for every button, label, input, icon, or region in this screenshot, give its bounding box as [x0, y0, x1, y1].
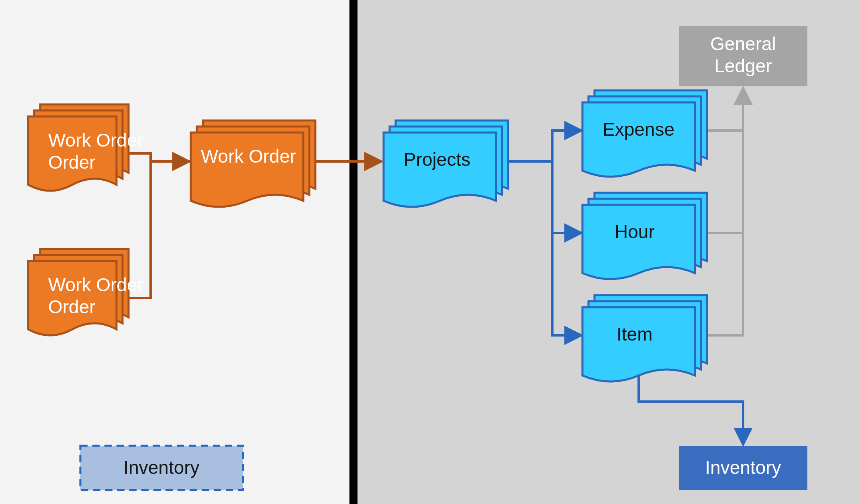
general-ledger-label-line1: General: [710, 33, 776, 54]
inventory-box-right: Inventory: [679, 446, 807, 490]
work-order-2-label-line2: Order: [48, 296, 96, 317]
general-ledger-label-line2: Ledger: [714, 55, 772, 76]
work-order-1-label-line2: Order: [48, 152, 96, 173]
inventory-left-label: Inventory: [123, 457, 199, 478]
work-order-stack-3: Work Order: [191, 120, 315, 207]
item-label: Item: [617, 324, 652, 345]
expense-stack: Expense: [582, 90, 707, 177]
divider-bar: [349, 0, 357, 504]
general-ledger-box: General Ledger: [679, 26, 807, 86]
diagram-canvas: Work Order Order Work Order Order Work O…: [0, 0, 860, 504]
work-order-3-label: Work Order: [201, 146, 296, 167]
inventory-box-left-dashed: Inventory: [80, 446, 243, 490]
item-stack: Item: [582, 295, 707, 382]
work-order-2-label-line1: Work Order: [48, 274, 143, 295]
inventory-right-label: Inventory: [705, 457, 781, 478]
projects-label: Projects: [404, 149, 470, 170]
hour-stack: Hour: [582, 193, 707, 279]
work-order-1-label-line1: Work Order: [48, 130, 143, 151]
hour-label: Hour: [615, 221, 655, 242]
expense-label: Expense: [603, 119, 674, 140]
projects-stack: Projects: [384, 120, 508, 207]
